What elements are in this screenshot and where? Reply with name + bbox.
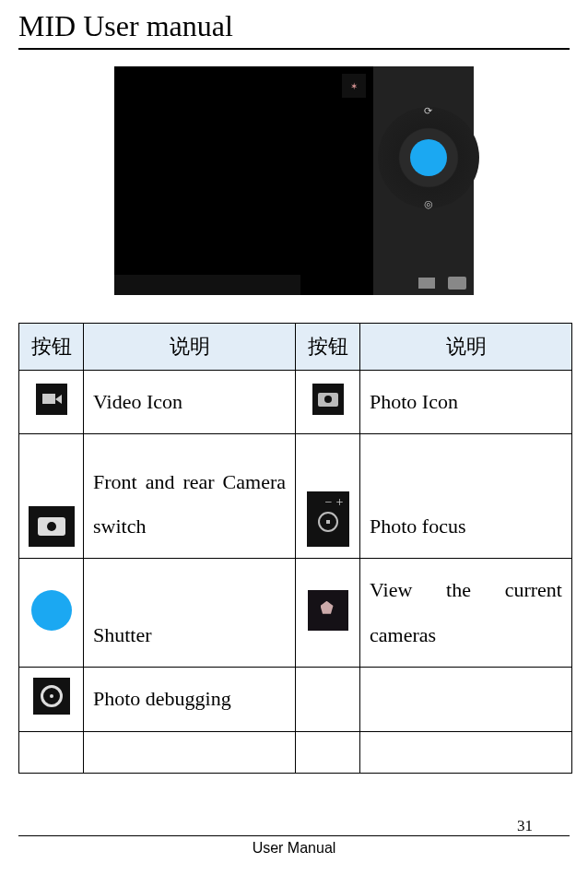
icon-cell	[296, 668, 360, 731]
icon-cell	[296, 559, 360, 668]
camera-screenshot-wrap: ✶ ⟳ ◎	[18, 66, 570, 295]
desc-cell: Photo Icon	[360, 371, 572, 434]
video-icon	[36, 384, 67, 415]
camera-control-dial: ⟳ ◎	[378, 107, 479, 208]
icon-cell	[296, 371, 360, 434]
icon-cell: − +	[296, 434, 360, 559]
icon-legend-table: 按钮 说明 按钮 说明 Video Icon Photo Icon Front …	[18, 323, 572, 774]
desc-cell: Photo debugging	[84, 668, 296, 731]
desc-cell: View the current cameras	[360, 559, 572, 668]
camera-app-screenshot: ✶ ⟳ ◎	[114, 66, 474, 295]
last-photo-thumbnail-icon: ✶	[342, 74, 366, 98]
icon-cell	[296, 731, 360, 773]
shutter-icon	[31, 590, 72, 631]
col-header-desc-2: 说明	[360, 324, 572, 371]
thumbnail-glyph: ✶	[350, 81, 358, 91]
camera-preview-pane: ✶	[114, 66, 373, 295]
video-mode-icon	[418, 278, 435, 289]
desc-cell: Photo focus	[360, 434, 572, 559]
settings-icon: ◎	[424, 198, 433, 210]
mode-bar	[418, 277, 466, 290]
shutter-button-icon	[410, 139, 447, 176]
android-nav-bar	[114, 275, 300, 295]
icon-cell	[19, 731, 84, 773]
footer-rule	[18, 835, 570, 836]
desc-cell: Front and rear Camera switch	[84, 434, 296, 559]
camera-control-pane: ⟳ ◎	[373, 66, 474, 295]
view-current-camera-icon	[308, 590, 348, 631]
desc-cell	[360, 668, 572, 731]
page-number: 31	[18, 817, 570, 835]
desc-cell	[360, 731, 572, 773]
table-row: Video Icon Photo Icon	[19, 371, 572, 434]
icon-cell	[19, 434, 84, 559]
camera-switch-icon: ⟳	[424, 105, 432, 117]
footer-label: User Manual	[18, 840, 570, 857]
desc-cell	[84, 731, 296, 773]
icon-cell	[19, 668, 84, 731]
col-header-button-1: 按钮	[19, 324, 84, 371]
col-header-desc-1: 说明	[84, 324, 296, 371]
photo-focus-icon: − +	[307, 491, 349, 547]
page-title: MID User manual	[18, 0, 570, 48]
icon-cell	[19, 371, 84, 434]
table-row: Shutter View the current cameras	[19, 559, 572, 668]
desc-cell: Video Icon	[84, 371, 296, 434]
desc-cell: Shutter	[84, 559, 296, 668]
table-row	[19, 731, 572, 773]
photo-debugging-icon	[33, 678, 70, 715]
page-footer: 31 User Manual	[18, 817, 570, 857]
icon-cell	[19, 559, 84, 668]
camera-switch-icon	[29, 506, 75, 547]
col-header-button-2: 按钮	[296, 324, 360, 371]
header-rule	[18, 48, 570, 50]
table-header-row: 按钮 说明 按钮 说明	[19, 324, 572, 371]
table-row: Photo debugging	[19, 668, 572, 731]
table-row: Front and rear Camera switch − + Photo f…	[19, 434, 572, 559]
photo-mode-icon	[448, 277, 466, 290]
photo-icon	[312, 384, 344, 415]
